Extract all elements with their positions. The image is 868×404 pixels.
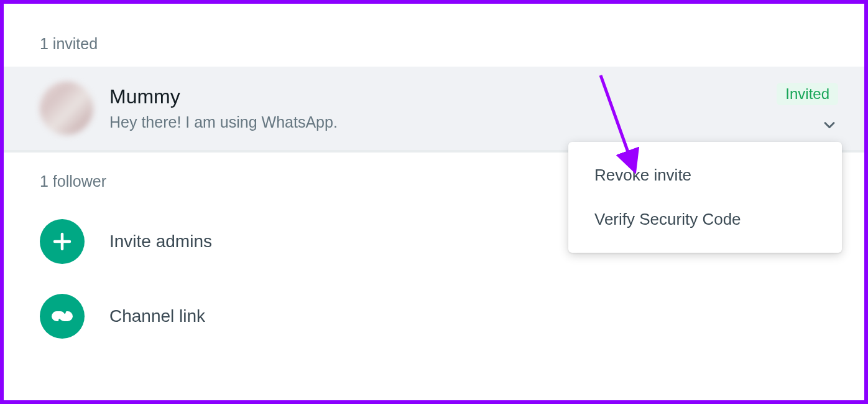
channel-link-row[interactable]: Channel link — [40, 279, 864, 354]
content-area: 1 invited Mummy Hey there! I am using Wh… — [4, 4, 864, 400]
menu-item-verify-security-code[interactable]: Verify Security Code — [568, 197, 842, 242]
invite-admins-label: Invite admins — [109, 232, 212, 251]
app-frame: 1 invited Mummy Hey there! I am using Wh… — [0, 0, 868, 404]
invited-section-header: 1 invited — [4, 15, 864, 67]
avatar — [40, 82, 93, 135]
contact-name: Mummy — [109, 85, 777, 108]
contact-right-column: Invited — [777, 83, 838, 134]
link-icon — [40, 294, 85, 339]
channel-link-label: Channel link — [109, 306, 205, 326]
chevron-down-icon[interactable] — [821, 116, 838, 134]
invited-badge: Invited — [777, 83, 838, 105]
plus-icon — [40, 219, 85, 264]
contact-text-block: Mummy Hey there! I am using WhatsApp. — [109, 85, 777, 131]
context-menu: Revoke invite Verify Security Code — [568, 142, 842, 253]
invited-contact-row[interactable]: Mummy Hey there! I am using WhatsApp. In… — [4, 67, 864, 153]
menu-item-revoke-invite[interactable]: Revoke invite — [568, 153, 842, 197]
contact-status: Hey there! I am using WhatsApp. — [109, 113, 777, 131]
